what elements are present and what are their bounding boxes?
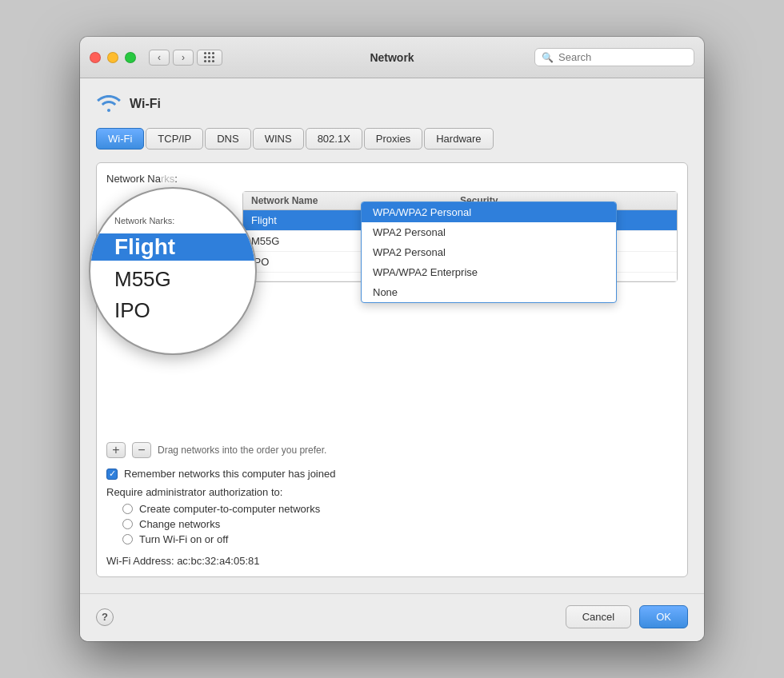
remember-networks-checkbox[interactable]: ✓ <box>106 469 118 480</box>
tab-proxies[interactable]: Proxies <box>364 128 422 150</box>
section-header: Wi-Fi <box>96 91 688 117</box>
security-dropdown: WPA/WPA2 Personal WPA2 Personal WPA2 Per… <box>361 201 617 303</box>
tab-hardware[interactable]: Hardware <box>424 128 493 150</box>
tabs-bar: Wi-Fi TCP/IP DNS WINS 802.1X Proxies Har… <box>96 128 688 150</box>
back-button[interactable]: ‹ <box>149 50 170 66</box>
maximize-button[interactable] <box>125 52 136 63</box>
grid-button[interactable] <box>197 50 222 66</box>
window-title: Network <box>370 51 414 64</box>
network-preferences-window: ‹ › Network 🔍 <box>80 37 704 641</box>
footer: ? Cancel OK <box>80 593 704 641</box>
auth-options: Create computer-to-computer networks Cha… <box>122 503 678 545</box>
auth-checkbox-computer-networks[interactable] <box>122 504 133 514</box>
mag-row-ipo[interactable]: IPO <box>114 298 150 323</box>
traffic-lights <box>90 52 136 63</box>
help-button[interactable]: ? <box>96 608 114 626</box>
ok-button[interactable]: OK <box>639 605 688 628</box>
search-box[interactable]: 🔍 <box>534 48 694 66</box>
auth-label: Require administrator authorization to: <box>106 486 678 498</box>
main-panel: Network Narks: Network Narks: Flight M55… <box>96 162 688 577</box>
magnify-inner: Network Narks: Flight M55G IPO <box>90 189 255 353</box>
dropdown-item-wpa2-personal-1[interactable]: WPA2 Personal <box>362 222 616 242</box>
dropdown-item-wpa2-personal-2[interactable]: WPA2 Personal <box>362 242 616 262</box>
tab-8021x[interactable]: 802.1X <box>306 128 362 150</box>
tab-dns[interactable]: DNS <box>205 128 250 150</box>
auth-checkbox-change-networks[interactable] <box>122 519 133 529</box>
remember-networks-label: Remember networks this computer has join… <box>124 468 335 480</box>
wifi-address-label: Wi-Fi Address: <box>106 555 174 567</box>
auth-option-label: Create computer-to-computer networks <box>139 503 320 515</box>
search-icon: 🔍 <box>542 52 554 63</box>
tab-wins[interactable]: WINS <box>253 128 304 150</box>
mag-row-flight[interactable]: Flight <box>90 233 255 261</box>
forward-button[interactable]: › <box>173 50 194 66</box>
wifi-icon <box>96 91 122 117</box>
wifi-address-value: ac:bc:32:a4:05:81 <box>177 555 259 567</box>
add-network-button[interactable]: + <box>106 442 126 458</box>
magnify-overlay: Network Narks: Flight M55G IPO <box>89 187 257 355</box>
dropdown-item-wpa-wpa2-personal[interactable]: WPA/WPA2 Personal <box>362 202 616 222</box>
tab-tcpip[interactable]: TCP/IP <box>146 128 203 150</box>
wifi-address-row: Wi-Fi Address: ac:bc:32:a4:05:81 <box>106 555 678 567</box>
auth-option-wifi-on-off: Turn Wi-Fi on or off <box>122 533 678 545</box>
auth-option-change-networks: Change networks <box>122 518 678 530</box>
auth-option-label: Change networks <box>139 518 220 530</box>
search-input[interactable] <box>558 51 687 63</box>
auth-checkbox-wifi-on-off[interactable] <box>122 534 133 544</box>
auth-option-computer-networks: Create computer-to-computer networks <box>122 503 678 515</box>
content-area: Wi-Fi Wi-Fi TCP/IP DNS WINS 802.1X Proxi… <box>80 78 704 593</box>
close-button[interactable] <box>90 52 101 63</box>
remember-networks-row: ✓ Remember networks this computer has jo… <box>106 468 678 480</box>
networks-label: Network Narks: <box>106 173 678 185</box>
grid-icon <box>204 52 215 63</box>
nav-buttons: ‹ › <box>149 50 194 66</box>
minimize-button[interactable] <box>107 52 118 63</box>
bottom-controls: + − Drag networks into the order you pre… <box>106 442 678 567</box>
titlebar: ‹ › Network 🔍 <box>80 37 704 78</box>
cancel-button[interactable]: Cancel <box>566 605 631 628</box>
footer-buttons: Cancel OK <box>566 605 688 628</box>
tab-wifi[interactable]: Wi-Fi <box>96 128 144 150</box>
auth-option-label: Turn Wi-Fi on or off <box>139 533 228 545</box>
remove-network-button[interactable]: − <box>132 442 151 458</box>
mag-networks-label: Network Narks: <box>114 216 174 225</box>
wifi-header-label: Wi-Fi <box>130 97 161 111</box>
add-remove-row: + − Drag networks into the order you pre… <box>106 442 678 458</box>
auth-section: Require administrator authorization to: … <box>106 486 678 545</box>
dropdown-item-none[interactable]: None <box>362 282 616 302</box>
dropdown-item-wpa-wpa2-enterprise[interactable]: WPA/WPA2 Enterprise <box>362 262 616 282</box>
drag-hint: Drag networks into the order you prefer. <box>158 445 326 456</box>
mag-row-m55g[interactable]: M55G <box>114 267 171 292</box>
